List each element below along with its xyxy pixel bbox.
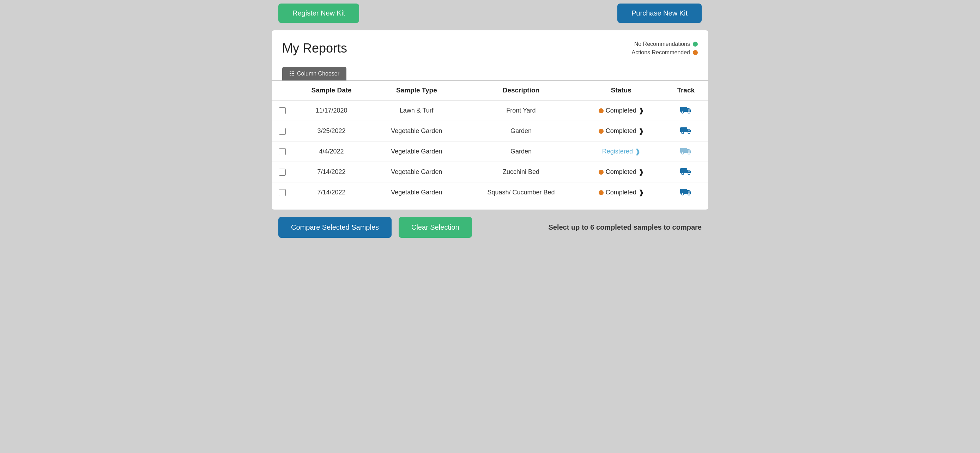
cell-track[interactable] (663, 121, 708, 141)
svg-rect-4 (680, 127, 687, 132)
row-checkbox[interactable] (279, 148, 286, 155)
legend: No Recommendations Actions Recommended (632, 41, 698, 56)
bottom-bar: Compare Selected Samples Clear Selection… (257, 210, 723, 245)
table-row: 7/14/2022Vegetable GardenZucchini BedCom… (272, 162, 708, 183)
legend-no-recommendations-label: No Recommendations (634, 41, 690, 47)
cell-sample-type: Vegetable Garden (370, 141, 463, 162)
table-row: 11/17/2020Lawn & TurfFront YardCompleted… (272, 100, 708, 121)
register-kit-button[interactable]: Register New Kit (278, 3, 359, 23)
status-arrow-icon: ❱ (638, 189, 644, 197)
svg-rect-16 (680, 189, 687, 194)
reports-table: Sample Date Sample Type Description Stat… (272, 81, 708, 202)
row-checkbox-cell (272, 100, 293, 121)
reports-header: My Reports No Recommendations Actions Re… (272, 37, 708, 63)
truck-icon[interactable] (680, 188, 691, 197)
svg-rect-12 (680, 168, 687, 173)
status-dot-icon (599, 170, 604, 175)
svg-rect-15 (688, 170, 690, 172)
status-arrow-icon: ❱ (638, 168, 644, 176)
svg-rect-11 (688, 150, 690, 152)
col-description: Description (463, 81, 579, 100)
row-checkbox[interactable] (279, 107, 286, 114)
col-sample-type: Sample Type (370, 81, 463, 100)
row-checkbox[interactable] (279, 128, 286, 135)
truck-icon[interactable] (680, 146, 691, 157)
status-arrow-icon: ❱ (638, 127, 644, 135)
status-dot-icon (599, 190, 604, 195)
row-checkbox-cell (272, 162, 293, 183)
reports-panel: My Reports No Recommendations Actions Re… (271, 30, 709, 210)
legend-actions-recommended-label: Actions Recommended (632, 49, 690, 56)
status-dot-icon (599, 108, 604, 113)
cell-description: Squash/ Cucumber Bed (463, 183, 579, 203)
cell-sample-date: 7/14/2022 (293, 183, 370, 203)
row-checkbox-cell (272, 183, 293, 203)
cell-sample-date: 4/4/2022 (293, 141, 370, 162)
svg-point-13 (682, 173, 684, 175)
cell-sample-date: 11/17/2020 (293, 100, 370, 121)
compare-hint-text: Select up to 6 completed samples to comp… (548, 223, 702, 231)
row-checkbox[interactable] (279, 189, 286, 196)
svg-rect-3 (688, 109, 690, 111)
row-checkbox-cell (272, 121, 293, 141)
status-text: Registered (602, 148, 633, 155)
svg-point-6 (688, 132, 690, 134)
col-checkbox (272, 81, 293, 100)
cell-track[interactable] (663, 100, 708, 121)
cell-status[interactable]: Completed❱ (579, 100, 663, 121)
green-dot-icon (693, 41, 698, 46)
cell-track[interactable] (663, 141, 708, 162)
col-sample-date: Sample Date (293, 81, 370, 100)
cell-track[interactable] (663, 183, 708, 203)
truck-icon[interactable] (680, 167, 691, 177)
cell-sample-type: Vegetable Garden (370, 183, 463, 203)
cell-status[interactable]: Completed❱ (579, 121, 663, 141)
cell-sample-date: 3/25/2022 (293, 121, 370, 141)
svg-rect-19 (688, 191, 690, 192)
cell-track[interactable] (663, 162, 708, 183)
cell-description: Garden (463, 141, 579, 162)
orange-dot-icon (693, 50, 698, 55)
row-checkbox[interactable] (279, 168, 286, 176)
cell-status[interactable]: Completed❱ (579, 162, 663, 183)
purchase-kit-button[interactable]: Purchase New Kit (617, 3, 702, 23)
col-status: Status (579, 81, 663, 100)
truck-icon[interactable] (680, 105, 691, 116)
legend-actions-recommended: Actions Recommended (632, 49, 698, 56)
column-chooser-label: Column Chooser (297, 71, 339, 77)
cell-sample-type: Vegetable Garden (370, 121, 463, 141)
svg-point-2 (688, 111, 690, 113)
svg-rect-7 (688, 129, 690, 131)
table-row: 3/25/2022Vegetable GardenGardenCompleted… (272, 121, 708, 141)
svg-point-10 (688, 152, 690, 154)
status-dot-icon (599, 129, 604, 134)
row-checkbox-cell (272, 141, 293, 162)
truck-icon[interactable] (680, 126, 691, 136)
cell-status[interactable]: Registered❱ (579, 141, 663, 162)
svg-point-5 (682, 132, 684, 134)
table-row: 4/4/2022Vegetable GardenGardenRegistered… (272, 141, 708, 162)
cell-description: Front Yard (463, 100, 579, 121)
cell-status[interactable]: Completed❱ (579, 183, 663, 203)
table-header-row: Sample Date Sample Type Description Stat… (272, 81, 708, 100)
status-text: Completed (606, 168, 636, 176)
compare-selected-button[interactable]: Compare Selected Samples (278, 217, 391, 238)
svg-point-18 (688, 193, 690, 195)
cell-sample-date: 7/14/2022 (293, 162, 370, 183)
svg-rect-0 (680, 107, 687, 112)
legend-no-recommendations: No Recommendations (634, 41, 698, 47)
svg-point-1 (682, 111, 684, 113)
svg-point-9 (682, 152, 684, 154)
status-text: Completed (606, 127, 636, 135)
cell-sample-type: Vegetable Garden (370, 162, 463, 183)
column-chooser-bar: ☷ Column Chooser (272, 63, 708, 81)
status-arrow-icon: ❱ (635, 148, 640, 156)
cell-sample-type: Lawn & Turf (370, 100, 463, 121)
reports-title: My Reports (282, 41, 347, 56)
cell-description: Garden (463, 121, 579, 141)
status-text: Completed (606, 189, 636, 196)
column-chooser-button[interactable]: ☷ Column Chooser (282, 67, 347, 80)
status-arrow-icon: ❱ (638, 107, 644, 114)
svg-point-14 (688, 173, 690, 175)
clear-selection-button[interactable]: Clear Selection (399, 217, 472, 238)
